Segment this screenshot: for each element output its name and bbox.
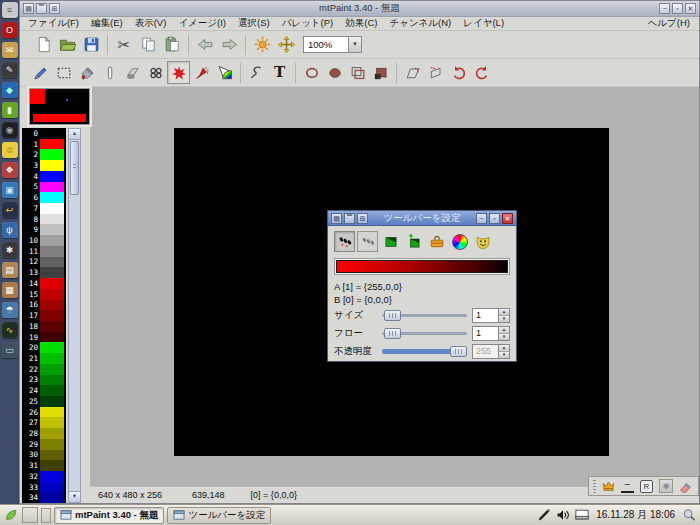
- size-spin-down-icon[interactable]: ▼: [499, 315, 509, 322]
- volume-icon[interactable]: [555, 507, 571, 523]
- palette-swatch[interactable]: [40, 160, 64, 171]
- palette-entry[interactable]: 8: [22, 214, 66, 225]
- palette-swatch[interactable]: [40, 353, 64, 364]
- palette-swatch[interactable]: [40, 267, 64, 278]
- palette-entry[interactable]: 34: [22, 492, 66, 503]
- size-slider[interactable]: [382, 308, 467, 323]
- zoom-input[interactable]: 100%: [303, 36, 349, 53]
- palette-entry[interactable]: 22: [22, 364, 66, 375]
- back-arrow-icon[interactable]: ↩: [2, 202, 18, 218]
- palette-entry[interactable]: 23: [22, 375, 66, 386]
- palette-entry[interactable]: 21: [22, 353, 66, 364]
- brush-preview[interactable]: [29, 88, 90, 125]
- paint-app-icon[interactable]: ❖: [2, 162, 18, 178]
- terminal-icon[interactable]: ▭: [2, 342, 18, 358]
- palette-swatch[interactable]: [40, 471, 64, 482]
- size-spinbox[interactable]: 1▲▼: [472, 308, 510, 323]
- palette-entry[interactable]: 33: [22, 482, 66, 493]
- pick-colour-button[interactable]: [213, 61, 236, 84]
- palette-swatch[interactable]: [40, 203, 64, 214]
- palette-swatch[interactable]: [40, 224, 64, 235]
- ellipse-fill-button[interactable]: [323, 61, 346, 84]
- palette-swatch[interactable]: [40, 246, 64, 257]
- clone-tool-button[interactable]: [144, 61, 167, 84]
- flow-spinbox[interactable]: 1▲▼: [472, 326, 510, 341]
- paste-button[interactable]: [160, 33, 184, 57]
- menu-image[interactable]: イメージ(I): [172, 17, 232, 30]
- palette-entry[interactable]: 12: [22, 257, 66, 268]
- line-tool-button[interactable]: [98, 61, 121, 84]
- rotate-ccw-button[interactable]: [447, 61, 470, 84]
- palette-swatch[interactable]: [40, 342, 64, 353]
- menu-select[interactable]: 選択(S): [232, 17, 276, 30]
- rect-outline-button[interactable]: [346, 61, 369, 84]
- palette-entry[interactable]: 0: [22, 128, 66, 139]
- weather-icon[interactable]: ☂: [2, 302, 18, 318]
- palette-entry[interactable]: 13: [22, 267, 66, 278]
- session-lock-icon[interactable]: [681, 507, 697, 523]
- dialog-window-menu-icon[interactable]: ▤: [331, 213, 342, 224]
- palette-entry[interactable]: 18: [22, 321, 66, 332]
- maximize-icon[interactable]: ▫: [672, 3, 683, 14]
- palette-entry[interactable]: 19: [22, 332, 66, 343]
- palette-swatch[interactable]: [40, 364, 64, 375]
- undo-button[interactable]: [193, 33, 217, 57]
- palette-swatch[interactable]: [40, 375, 64, 386]
- task-mtpaint[interactable]: mtPaint 3.40 - 無題: [54, 507, 164, 524]
- palette-swatch[interactable]: [40, 396, 64, 407]
- palette-swatch[interactable]: [40, 128, 64, 139]
- suite-icon[interactable]: ◆: [2, 82, 18, 98]
- palette-entry[interactable]: 6: [22, 192, 66, 203]
- opacity-slider-handle[interactable]: [450, 346, 467, 357]
- palette-swatch[interactable]: [40, 149, 64, 160]
- palette-entry[interactable]: 27: [22, 417, 66, 428]
- size-slider-handle[interactable]: [384, 310, 401, 321]
- menu-edit[interactable]: 編集(E): [85, 17, 129, 30]
- palette-entry[interactable]: 26: [22, 407, 66, 418]
- palette-swatch[interactable]: [40, 171, 64, 182]
- brightness-button[interactable]: [250, 33, 274, 57]
- rect-fill-button[interactable]: [369, 61, 392, 84]
- menu-layers[interactable]: レイヤ(L): [457, 17, 510, 30]
- opacity-spinbox[interactable]: 255▲▼: [472, 344, 510, 359]
- brush-select-button[interactable]: [167, 61, 190, 84]
- opera-icon[interactable]: O: [2, 22, 18, 38]
- files2-icon[interactable]: ▦: [2, 282, 18, 298]
- menu-file[interactable]: ファイル(F): [22, 17, 85, 30]
- dialog-titlebar[interactable]: ▤ ▔ ⊞ ツールバーを設定 − ▫ ✕: [328, 211, 516, 226]
- menu-channels[interactable]: チャンネル(N): [383, 17, 457, 30]
- palette-entry[interactable]: 28: [22, 428, 66, 439]
- ime-tool-icon[interactable]: ✱: [659, 479, 673, 493]
- pet-icon[interactable]: ☺: [2, 142, 18, 158]
- scroll-up-icon[interactable]: ▲: [69, 129, 80, 140]
- notes-icon[interactable]: ≡: [2, 2, 18, 18]
- copy-button[interactable]: [136, 33, 160, 57]
- phone-icon[interactable]: ▮: [2, 102, 18, 118]
- eraser-icon[interactable]: [679, 480, 692, 493]
- palette-swatch[interactable]: [40, 182, 64, 193]
- flow-spin-down-icon[interactable]: ▼: [499, 333, 509, 340]
- dialog-minimize-icon[interactable]: −: [476, 213, 487, 224]
- ellipse-outline-button[interactable]: [300, 61, 323, 84]
- task-toolbar-settings[interactable]: ツールバーを設定: [167, 507, 271, 524]
- palette-entry[interactable]: 24: [22, 385, 66, 396]
- new-image-button[interactable]: [31, 33, 55, 57]
- tint-add-mode-button[interactable]: [403, 231, 424, 252]
- disable-masks-button[interactable]: [472, 231, 493, 252]
- palette-swatch[interactable]: [40, 407, 64, 418]
- palette-swatch[interactable]: [40, 192, 64, 203]
- camera-icon[interactable]: ◉: [2, 122, 18, 138]
- palette-swatch[interactable]: [40, 450, 64, 461]
- cut-button[interactable]: ✂: [112, 33, 136, 57]
- palette-entry[interactable]: 32: [22, 471, 66, 482]
- palette-entry[interactable]: 30: [22, 450, 66, 461]
- palette-swatch[interactable]: [40, 310, 64, 321]
- blend-mode-button[interactable]: [449, 231, 470, 252]
- opacity-spin-down-icon[interactable]: ▼: [499, 351, 509, 358]
- palette-swatch[interactable]: [40, 492, 64, 503]
- save-file-button[interactable]: [79, 33, 103, 57]
- show-desktop-button[interactable]: [22, 507, 38, 523]
- palette-swatch[interactable]: [40, 257, 64, 268]
- palette-swatch[interactable]: [40, 278, 64, 289]
- palette-swatch[interactable]: [40, 289, 64, 300]
